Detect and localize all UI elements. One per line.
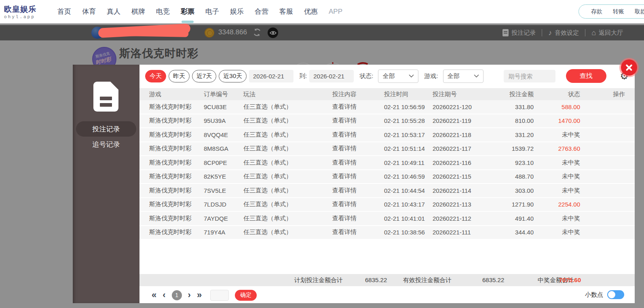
order-link[interactable]: 8CP0PE [204, 159, 243, 166]
prev-page-icon[interactable]: ‹ [163, 291, 165, 300]
cell-game: 斯洛伐克时时彩 [149, 103, 204, 111]
view-details-link[interactable]: 查看详情 [332, 228, 384, 236]
view-details-link[interactable]: 查看详情 [332, 131, 384, 139]
order-link[interactable]: 719Y4A [204, 229, 243, 236]
nav-item[interactable]: 首页 [57, 0, 71, 23]
wallet-action[interactable]: 取款 [635, 8, 644, 15]
main-nav: 首页 体育 真人 棋牌 电竞 彩票 电子 娱乐 合营 客服 优惠 APP [57, 0, 342, 23]
order-link[interactable]: 95U39A [204, 117, 243, 124]
cell-amount: 331.20 [497, 131, 534, 138]
nav-item-label: 真人 [107, 7, 120, 16]
nav-item[interactable]: 娱乐 [230, 0, 244, 23]
view-details-link[interactable]: 查看详情 [332, 187, 384, 194]
status-cell: 未中奖 [534, 187, 580, 194]
cell-play: 任三直选（单式） [243, 228, 332, 236]
view-details-link[interactable]: 查看详情 [332, 103, 384, 111]
brand-logo[interactable]: 欧皇娱乐 ohyl.app [4, 4, 53, 19]
next-page-icon[interactable]: › [188, 291, 191, 300]
cell-play: 任三直选（单式） [243, 173, 332, 180]
date-to-input[interactable] [309, 70, 354, 82]
date-from-input[interactable] [249, 70, 293, 82]
col-status: 状态 [534, 91, 580, 98]
bet-records-panel: 今天 昨天 近7天 近30天 到: 状态: 全部 游戏: 全部 查找 ⚙ 游戏 … [139, 65, 635, 303]
view-details-link[interactable]: 查看详情 [332, 215, 384, 222]
page-confirm-button[interactable]: 确定 [235, 290, 257, 301]
wallet-action[interactable]: 存款 [591, 8, 602, 15]
view-details-link[interactable]: 查看详情 [332, 173, 384, 180]
cell-time: 02-21 10:55:28 [384, 117, 433, 124]
table-row: 斯洛伐克时时彩 82K5YE 任三直选（单式） 查看详情 02-21 10:46… [139, 170, 635, 184]
cell-time: 02-21 10:53:17 [384, 131, 433, 138]
status-cell: 未中奖 [534, 159, 580, 167]
sidebar-item[interactable]: 追号记录 [76, 137, 136, 152]
nav-item[interactable]: 棋牌 [131, 0, 145, 23]
table-row: 斯洛伐克时时彩 719Y4A 任三直选（单式） 查看详情 02-21 10:38… [139, 226, 635, 240]
cell-period: 20260221-111 [433, 229, 497, 236]
decimal-toggle[interactable] [607, 290, 624, 299]
cell-amount: 303.00 [497, 187, 534, 194]
nav-item[interactable]: 优惠 [304, 0, 318, 23]
nav-item[interactable]: 体育 [82, 0, 96, 23]
cell-game: 斯洛伐克时时彩 [149, 200, 204, 208]
cell-game: 斯洛伐克时时彩 [149, 117, 204, 124]
date-to-label: 到: [299, 72, 307, 80]
search-button[interactable]: 查找 [566, 69, 606, 83]
nav-item-label: 电子 [205, 7, 219, 16]
quick-range-button[interactable]: 近7天 [192, 70, 216, 82]
order-link[interactable]: 8VQQ4E [204, 131, 243, 138]
period-search-input[interactable] [504, 70, 555, 82]
cell-period: 20260221-116 [433, 159, 497, 166]
cell-time: 02-21 10:49:11 [384, 159, 433, 166]
view-details-link[interactable]: 查看详情 [332, 159, 384, 167]
order-link[interactable]: 8M8SGA [204, 145, 243, 152]
pagination: « ‹ 1 › » 确定 [139, 287, 635, 303]
order-link[interactable]: 7AYDQE [204, 215, 243, 222]
cell-period: 20260221-118 [433, 131, 497, 138]
nav-item[interactable]: 电子 [205, 0, 219, 23]
view-details-link[interactable]: 查看详情 [332, 200, 384, 208]
game-select[interactable]: 全部 [443, 70, 484, 83]
current-page[interactable]: 1 [172, 290, 182, 300]
quick-range-button[interactable]: 近30天 [219, 70, 247, 82]
quick-range-button[interactable]: 今天 [145, 70, 166, 82]
nav-item[interactable]: 电竞 [156, 0, 170, 23]
nav-item[interactable]: 客服 [279, 0, 293, 23]
table-row: 斯洛伐克时时彩 7SV5LE 任三直选（单式） 查看详情 02-21 10:44… [139, 184, 635, 198]
cell-play: 任三直选（单式） [243, 145, 332, 152]
order-link[interactable]: 82K5YE [204, 173, 243, 180]
valid-total-label: 有效投注金额合计 [403, 276, 452, 284]
nav-item[interactable]: 彩票 [181, 0, 194, 23]
quick-range-group: 今天 昨天 近7天 近30天 [145, 70, 247, 82]
nav-item[interactable]: 合营 [255, 0, 268, 23]
close-button[interactable] [621, 59, 637, 76]
col-content: 投注内容 [332, 91, 384, 98]
col-play: 玩法 [243, 91, 332, 98]
order-link[interactable]: 7LDSJD [204, 201, 243, 208]
first-page-icon[interactable]: « [152, 291, 156, 300]
table-row: 斯洛伐克时时彩 8M8SGA 任三直选（单式） 查看详情 02-21 10:51… [139, 142, 635, 156]
cell-time: 02-21 10:46:59 [384, 173, 433, 180]
status-cell: 2763.60 [534, 145, 580, 152]
order-link[interactable]: 7SV5LE [204, 187, 243, 194]
cell-period: 20260221-112 [433, 215, 497, 222]
sidebar-item[interactable]: 投注记录 [76, 121, 136, 137]
sidebar-item-label: 投注记录 [93, 124, 120, 134]
cell-period: 20260221-115 [433, 173, 497, 180]
page-jump-input[interactable] [210, 290, 229, 301]
last-page-icon[interactable]: » [197, 291, 202, 300]
status-select[interactable]: 全部 [378, 70, 418, 83]
status-select-value: 全部 [382, 72, 395, 80]
status-cell: 未中奖 [534, 215, 580, 222]
cell-time: 02-21 10:56:59 [384, 103, 433, 110]
order-link[interactable]: 9CU83E [204, 103, 243, 110]
wallet-action[interactable]: 转账 [613, 8, 624, 15]
chevron-down-icon [474, 74, 479, 78]
quick-range-button[interactable]: 昨天 [169, 70, 190, 82]
nav-item[interactable]: APP [329, 0, 342, 23]
cell-game: 斯洛伐克时时彩 [149, 228, 204, 236]
game-select-value: 全部 [448, 72, 460, 80]
view-details-link[interactable]: 查看详情 [332, 145, 384, 152]
nav-item[interactable]: 真人 [107, 0, 120, 23]
cell-amount: 344.40 [497, 229, 534, 236]
view-details-link[interactable]: 查看详情 [332, 117, 384, 124]
